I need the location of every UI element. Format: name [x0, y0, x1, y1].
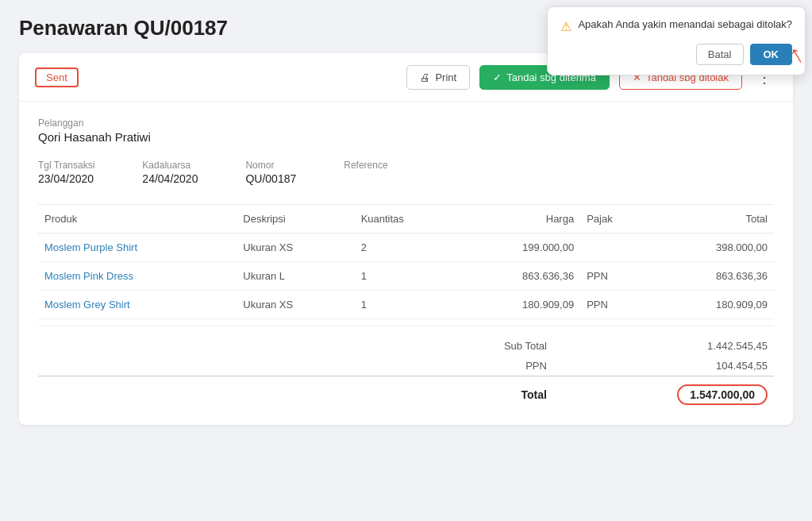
nomor-value: QU/00187	[245, 172, 296, 185]
printer-icon: 🖨	[420, 71, 430, 83]
kadaluarsa-label: Kadaluarsa	[142, 160, 198, 171]
cell-kuantitas: 2	[355, 233, 460, 262]
meta-row: Tgl Transaksi 23/04/2020 Kadaluarsa 24/0…	[38, 160, 774, 185]
col-deskripsi: Deskripsi	[237, 205, 354, 233]
nomor-label: Nomor	[245, 160, 296, 171]
product-link[interactable]: Moslem Purple Shirt	[44, 241, 137, 253]
cell-kuantitas: 1	[355, 291, 460, 319]
col-pajak: Pajak	[580, 205, 652, 233]
product-link[interactable]: Moslem Grey Shirt	[44, 299, 130, 311]
cancel-button[interactable]: Batal	[696, 44, 744, 65]
ppn-value: 104.454,55	[553, 356, 774, 376]
product-link[interactable]: Moslem Pink Dress	[44, 270, 133, 282]
cell-produk: Moslem Pink Dress	[38, 262, 237, 291]
subtotal-label: Sub Total	[38, 336, 553, 356]
cell-produk: Moslem Grey Shirt	[38, 291, 237, 319]
status-badge: Sent	[35, 68, 79, 87]
col-produk: Produk	[38, 205, 237, 233]
meta-kadaluarsa: Kadaluarsa 24/04/2020	[142, 160, 198, 185]
warning-icon: ⚠	[560, 19, 571, 34]
cell-deskripsi: Ukuran XS	[237, 233, 354, 262]
main-card: Sent 🖨 Print ✓ Tandai sbg diterima ✕ Tan…	[19, 53, 793, 425]
cell-pajak	[580, 233, 652, 262]
cell-pajak: PPN	[580, 262, 652, 291]
customer-value: Qori Hasanah Pratiwi	[38, 130, 774, 144]
confirm-popup: ⚠ Apakah Anda yakin menandai sebagai dit…	[547, 6, 806, 75]
items-table: Produk Deskripsi Kuantitas Harga Pajak T…	[38, 204, 774, 319]
kadaluarsa-value: 24/04/2020	[142, 172, 198, 185]
tgl-transaksi-value: 23/04/2020	[38, 172, 94, 185]
reference-label: Reference	[344, 160, 387, 171]
subtotal-row: Sub Total 1.442.545,45	[38, 336, 774, 356]
table-row: Moslem Purple Shirt Ukuran XS 2 199.000,…	[38, 233, 774, 262]
confirm-actions: Batal OK	[560, 44, 792, 65]
checkmark-icon: ✓	[493, 71, 502, 83]
card-body: Pelanggan Qori Hasanah Pratiwi Tgl Trans…	[19, 102, 793, 425]
customer-label: Pelanggan	[38, 118, 774, 129]
cell-kuantitas: 1	[355, 262, 460, 291]
totals-section: Sub Total 1.442.545,45 PPN 104.454,55 To…	[38, 326, 774, 409]
ppn-label: PPN	[38, 356, 553, 376]
total-label: Total	[38, 376, 553, 410]
col-total: Total	[652, 205, 774, 233]
tgl-transaksi-label: Tgl Transaksi	[38, 160, 94, 171]
table-body: Moslem Purple Shirt Ukuran XS 2 199.000,…	[38, 233, 774, 319]
cell-harga: 863.636,36	[460, 262, 581, 291]
cell-total: 398.000,00	[652, 233, 774, 262]
customer-section: Pelanggan Qori Hasanah Pratiwi	[38, 118, 774, 144]
table-row: Moslem Pink Dress Ukuran L 1 863.636,36 …	[38, 262, 774, 291]
meta-reference: Reference	[344, 160, 387, 185]
cell-pajak: PPN	[580, 291, 652, 319]
totals-table: Sub Total 1.442.545,45 PPN 104.454,55 To…	[38, 336, 774, 409]
col-kuantitas: Kuantitas	[355, 205, 460, 233]
meta-tgl-transaksi: Tgl Transaksi 23/04/2020	[38, 160, 94, 185]
table-row: Moslem Grey Shirt Ukuran XS 1 180.909,09…	[38, 291, 774, 319]
table-header: Produk Deskripsi Kuantitas Harga Pajak T…	[38, 205, 774, 233]
cell-harga: 199.000,00	[460, 233, 581, 262]
print-label: Print	[435, 71, 456, 83]
total-value-cell: 1.547.000,00	[553, 376, 774, 410]
cell-total: 180.909,09	[652, 291, 774, 319]
ppn-row: PPN 104.454,55	[38, 356, 774, 376]
subtotal-value: 1.442.545,45	[553, 336, 774, 356]
cell-deskripsi: Ukuran XS	[237, 291, 354, 319]
cell-deskripsi: Ukuran L	[237, 262, 354, 291]
confirm-text: Apakah Anda yakin menandai sebagai ditol…	[578, 18, 792, 30]
total-row: Total 1.547.000,00	[38, 376, 774, 410]
print-button[interactable]: 🖨 Print	[406, 65, 470, 90]
total-value: 1.547.000,00	[677, 384, 768, 405]
cell-produk: Moslem Purple Shirt	[38, 233, 237, 262]
meta-nomor: Nomor QU/00187	[245, 160, 296, 185]
cell-harga: 180.909,09	[460, 291, 581, 319]
confirm-message: ⚠ Apakah Anda yakin menandai sebagai dit…	[560, 18, 792, 34]
cell-total: 863.636,36	[652, 262, 774, 291]
col-harga: Harga	[460, 205, 581, 233]
